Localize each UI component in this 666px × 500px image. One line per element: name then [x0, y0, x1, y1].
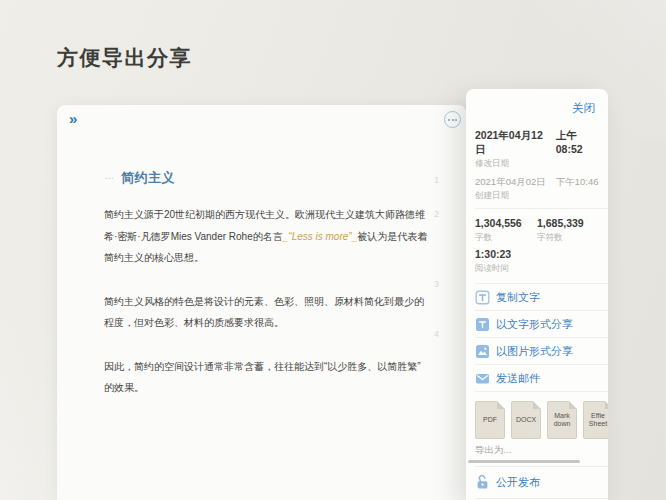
send-mail-button[interactable]: 发送邮件	[466, 365, 608, 391]
char-count: 1,685,339 字符数	[537, 217, 599, 242]
word-count: 1,304,556 字数	[475, 217, 537, 242]
action-label: 以文字形式分享	[496, 317, 573, 332]
file-sheet-icon: PDF	[483, 416, 497, 424]
paragraph-number: 2	[434, 209, 439, 219]
page-background: 方便导出分享 » ⋯ 简约主义 简约主义源于20世纪初期的西方现代主义。欧洲现代…	[0, 0, 666, 500]
copy-text-icon	[475, 290, 490, 305]
stats-section: 1,304,556 字数 1,685,339 字符数	[466, 209, 608, 242]
export-docx-button[interactable]: DOCX	[511, 401, 541, 439]
unlock-icon	[475, 474, 490, 490]
created-date-label: 创建日期	[475, 190, 599, 201]
action-label: 发送邮件	[496, 371, 540, 386]
created-date: 2021年04月02日下午10:46	[475, 176, 599, 188]
share-as-text-icon	[475, 317, 490, 332]
note-heading-row: ⋯ 简约主义	[105, 169, 430, 187]
sidebar-toggle-icon[interactable]: »	[69, 110, 77, 128]
public-publish-button[interactable]: 公开发布	[466, 467, 608, 498]
horizontal-scrollbar[interactable]	[468, 460, 580, 463]
note-paragraph: 简约主义源于20世纪初期的西方现代主义。欧洲现代主义建筑大师路德维希·密斯·凡德…	[104, 204, 430, 269]
export-effie-sheet-button[interactable]: Effie Sheet	[583, 401, 608, 439]
export-pdf-button[interactable]: PDF	[475, 401, 505, 439]
send-mail-icon	[475, 371, 490, 386]
file-sheet-icon: Mark down	[554, 412, 571, 428]
action-label: 复制文字	[496, 290, 540, 305]
close-row: 关闭	[466, 89, 608, 116]
share-as-image-icon	[475, 344, 490, 359]
modified-date-label: 修改日期	[475, 158, 599, 169]
heading-markdown-marker: ⋯	[105, 173, 114, 183]
reading-time: 1:30:23 阅读时间	[466, 242, 608, 283]
page-title: 方便导出分享	[57, 44, 192, 72]
share-as-text-button[interactable]: 以文字形式分享	[466, 311, 608, 337]
modified-date: 2021年04月12日上午08:52	[475, 128, 599, 156]
note-paragraph: 因此，简约的空间设计通常非常含蓄，往往能达到“以少胜多、以简胜繁”的效果。	[104, 356, 430, 399]
action-label: 公开发布	[496, 475, 540, 490]
paragraph-number: 1	[434, 175, 439, 185]
close-button[interactable]: 关闭	[572, 101, 595, 116]
highlighted-quote: _“Less is more”_	[283, 231, 357, 242]
export-markdown-button[interactable]: Mark down	[547, 401, 577, 439]
paragraph-number: 3	[434, 279, 439, 289]
note-paragraph: 简约主义风格的特色是将设计的元素、色彩、照明、原材料简化到最少的程度，但对色彩、…	[104, 291, 430, 334]
more-options-icon[interactable]	[444, 111, 461, 128]
note-heading: 简约主义	[121, 169, 175, 187]
file-sheet-icon: Effie Sheet	[589, 412, 607, 428]
note-editor[interactable]: ⋯ 简约主义 简约主义源于20世纪初期的西方现代主义。欧洲现代主义建筑大师路德维…	[104, 169, 430, 421]
copy-text-button[interactable]: 复制文字	[466, 284, 608, 310]
paragraph-number: 4	[434, 329, 439, 339]
export-section: PDF DOCX Mark down Effie Sheet 导出为...	[466, 392, 608, 463]
file-sheet-icon: DOCX	[516, 416, 536, 424]
action-label: 以图片形式分享	[496, 344, 573, 359]
date-section: 2021年04月12日上午08:52 修改日期 2021年04月02日下午10:…	[466, 116, 608, 201]
share-as-image-button[interactable]: 以图片形式分享	[466, 338, 608, 364]
document-card: » ⋯ 简约主义 简约主义源于20世纪初期的西方现代主义。欧洲现代主义建筑大师路…	[57, 105, 466, 500]
info-panel: 关闭 2021年04月12日上午08:52 修改日期 2021年04月02日下午…	[466, 89, 608, 500]
export-format-row: PDF DOCX Mark down Effie Sheet	[475, 401, 608, 439]
export-as-label: 导出为...	[475, 444, 608, 456]
